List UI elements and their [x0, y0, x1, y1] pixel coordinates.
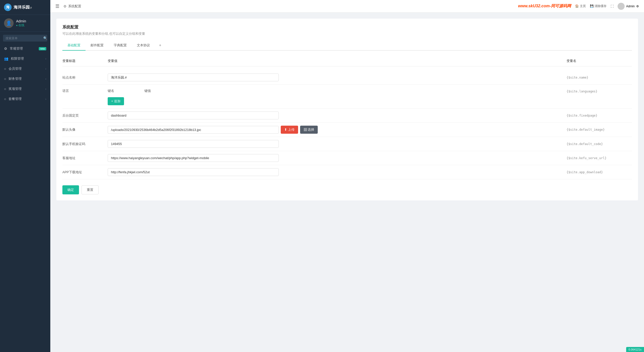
menu-toggle-icon[interactable]: ☰ — [55, 4, 59, 9]
main-area: ☰ ⚙ 系统配置 www.skU32.com-同可源码网 🏠 主页 💾 清除缓存… — [50, 0, 644, 352]
reset-button[interactable]: 重置 — [82, 185, 99, 194]
row-label: 默认手机验证码 — [62, 142, 108, 146]
search-input[interactable] — [6, 37, 43, 40]
topbar: ☰ ⚙ 系统配置 www.skU32.com-同可源码网 🏠 主页 💾 清除缓存… — [50, 0, 644, 13]
varname-kefuurl: {$site.kefu_serve_url} — [567, 156, 632, 160]
sidebar-item-member[interactable]: ○ 会员管理 › — [0, 64, 50, 74]
tab-add-button[interactable]: + — [155, 41, 165, 51]
new-badge: new — [39, 47, 46, 50]
sidebar-item-label: 会员管理 — [9, 66, 45, 71]
chevron-right-icon: › — [45, 87, 46, 90]
key-label: 键名 — [108, 89, 114, 93]
topbar-right: www.skU32.com-同可源码网 🏠 主页 💾 清除缓存 ⛶ Admin … — [518, 3, 639, 10]
config-row-defaultcode: 默认手机验证码 {$site.default_code} — [62, 137, 632, 151]
row-label: 站点名称 — [62, 75, 108, 80]
breadcrumb-label: 系统配置 — [68, 4, 81, 9]
defaultcode-input[interactable] — [108, 140, 279, 148]
config-row-kefuurl: 客服地址 {$site.kefu_serve_url} — [62, 151, 632, 165]
row-value — [108, 168, 567, 176]
tab-mail[interactable]: 邮件配置 — [86, 41, 109, 51]
member-icon: ○ — [4, 67, 6, 71]
sidebar-item-regular[interactable]: ⚙ 常规管理 new — [0, 44, 50, 54]
fullscreen-link[interactable]: ⛶ — [611, 5, 614, 8]
sidebar-item-permission[interactable]: 👥 权限管理 › — [0, 54, 50, 64]
clear-cache-link[interactable]: 💾 清除缓存 — [590, 4, 607, 8]
chevron-right-icon: › — [45, 77, 46, 80]
breadcrumb: ⚙ 系统配置 — [63, 4, 81, 9]
chevron-right-icon: › — [45, 67, 46, 70]
user-info: Admin 在线 — [16, 19, 26, 27]
value-label: 键值 — [144, 89, 151, 93]
config-row-language: 语言 键名 键值 + 追加 {$site.languages} — [62, 85, 632, 109]
varname-appdownload: {$site.app_download} — [567, 170, 632, 174]
settings-icon: ⚙ — [63, 4, 67, 8]
finance-icon: ○ — [4, 77, 6, 81]
tab-basic[interactable]: 基础配置 — [62, 41, 86, 51]
sidebar-logo: 海 海洋乐园μ — [0, 0, 50, 15]
admin-settings-icon[interactable]: ⚙ — [636, 5, 639, 8]
appdownload-input-wrap — [108, 168, 279, 176]
row-value — [108, 154, 567, 162]
sidebar-item-prize[interactable]: ○ 奖项管理 › — [0, 84, 50, 94]
varname-language: {$site.languages} — [567, 90, 632, 93]
package-icon: ○ — [4, 97, 6, 101]
fixedpage-input[interactable] — [108, 112, 279, 119]
sidebar-search-container: 🔍 — [3, 35, 47, 42]
defaultimage-input[interactable] — [108, 126, 279, 134]
varname-fixedpage: {$site.fixedpage} — [567, 114, 632, 117]
page-description: 可以在此增改系统的变量和分组,也可以自定义分组和变量 — [62, 31, 632, 36]
select-button[interactable]: ▦ 选择 — [300, 126, 318, 134]
tab-bar: 基础配置 邮件配置 字典配置 文本协议 + — [62, 41, 632, 51]
sidebar: 海 海洋乐园μ 👤 Admin 在线 🔍 ⚙ 常规管理 new 👥 权限管理 ›… — [0, 0, 50, 352]
watermark-text: www.skU32.com-同可源码网 — [518, 4, 571, 9]
tab-dict[interactable]: 字典配置 — [109, 41, 132, 51]
sitename-input-wrap — [108, 74, 279, 81]
admin-menu[interactable]: Admin ⚙ — [618, 3, 639, 10]
row-value: 键名 键值 + 追加 — [108, 89, 567, 105]
add-language-button[interactable]: + 追加 — [108, 97, 124, 105]
varname-sitename: {$site.name} — [567, 76, 632, 79]
header-col2: 变量值 — [108, 59, 567, 63]
tab-text[interactable]: 文本协议 — [132, 41, 155, 51]
config-row-defaultimage: 默认头像 ⬆ 上传 ▦ 选择 {$site.default_image} — [62, 123, 632, 137]
config-row-appdownload: APP下载地址 {$site.app_download} — [62, 165, 632, 179]
home-link[interactable]: 🏠 主页 — [575, 4, 586, 8]
sidebar-item-label: 奖项管理 — [9, 87, 45, 91]
config-row-sitename: 站点名称 {$site.name} — [62, 71, 632, 85]
logo-text: 海洋乐园 — [14, 5, 30, 10]
chevron-right-icon: › — [45, 97, 46, 100]
admin-label: Admin — [626, 5, 635, 8]
search-icon: 🔍 — [43, 36, 47, 40]
form-footer: 确定 重置 — [62, 185, 632, 194]
avatar: 👤 — [4, 18, 14, 28]
header-col1: 变量标题 — [62, 59, 108, 63]
chevron-right-icon: › — [45, 57, 46, 60]
sidebar-item-finance[interactable]: ○ 财务管理 › — [0, 74, 50, 84]
user-status: 在线 — [16, 23, 26, 27]
upload-button[interactable]: ⬆ 上传 — [281, 126, 298, 134]
defaultimage-input-wrap — [108, 126, 279, 134]
row-label: APP下载地址 — [62, 170, 108, 174]
row-value — [108, 112, 567, 119]
prize-icon: ○ — [4, 87, 6, 91]
config-table-header: 变量标题 变量值 变量名 — [62, 57, 632, 66]
sidebar-item-label: 财务管理 — [9, 77, 45, 81]
row-value — [108, 140, 567, 148]
sitename-input[interactable] — [108, 74, 279, 81]
row-label: 客服地址 — [62, 156, 108, 160]
user-name: Admin — [16, 19, 26, 23]
sidebar-nav: ⚙ 常规管理 new 👥 权限管理 › ○ 会员管理 › ○ 财务管理 › ○ … — [0, 44, 50, 352]
sidebar-item-package[interactable]: ○ 套餐管理 › — [0, 94, 50, 104]
row-label: 默认头像 — [62, 127, 108, 132]
sidebar-user: 👤 Admin 在线 — [0, 15, 50, 32]
version-badge: 0.064121s — [626, 347, 644, 352]
confirm-button[interactable]: 确定 — [62, 185, 79, 194]
kefuurl-input[interactable] — [108, 154, 279, 162]
admin-avatar — [618, 3, 625, 10]
row-value: ⬆ 上传 ▦ 选择 — [108, 126, 567, 134]
appdownload-input[interactable] — [108, 168, 279, 176]
row-label: 后台固定页 — [62, 113, 108, 118]
row-label: 语言 — [62, 89, 108, 93]
version-text: 0.064121s — [629, 348, 641, 351]
sidebar-item-label: 常规管理 — [10, 46, 38, 51]
